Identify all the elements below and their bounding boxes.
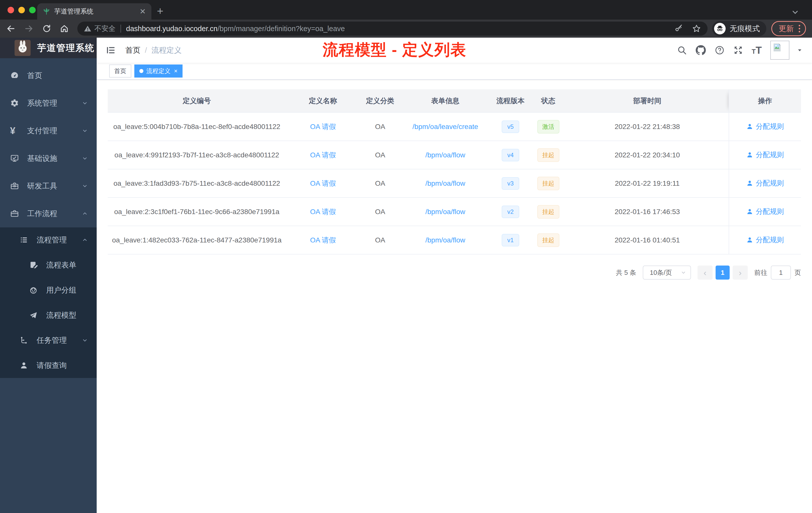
assign-rule-button[interactable]: 分配规则 bbox=[746, 150, 784, 160]
hamburger-icon[interactable] bbox=[106, 45, 116, 55]
browser-menu-icon[interactable] bbox=[799, 25, 800, 32]
reload-icon[interactable] bbox=[42, 24, 51, 33]
avatar[interactable] bbox=[770, 41, 789, 60]
sidebar-item-user-group[interactable]: 用户分组 bbox=[0, 278, 97, 303]
col-header-status: 状态 bbox=[530, 89, 566, 113]
sidebar-item-leave-query[interactable]: 请假查询 bbox=[0, 353, 97, 378]
next-page-button[interactable]: › bbox=[733, 266, 748, 280]
page-size-select[interactable]: 10条/页 bbox=[643, 266, 691, 280]
form-link[interactable]: /bpm/oa/flow bbox=[425, 236, 465, 244]
form-link[interactable]: /bpm/oa/flow bbox=[425, 151, 465, 159]
sidebar-item-workflow[interactable]: 工作流程 bbox=[0, 200, 97, 228]
chevron-down-icon bbox=[82, 127, 88, 134]
tab-close-icon[interactable]: ✕ bbox=[140, 8, 146, 15]
cell-definition-id: oa_leave:1:482ec033-762a-11ec-8477-a2380… bbox=[108, 226, 286, 254]
table-row: oa_leave:3:1fad3d93-7b75-11ec-a3c8-acde4… bbox=[108, 169, 801, 198]
breadcrumb-home[interactable]: 首页 bbox=[125, 45, 140, 56]
sidebar-item-label: 用户分组 bbox=[46, 285, 76, 295]
fullscreen-icon[interactable] bbox=[733, 45, 743, 55]
key-icon[interactable] bbox=[674, 24, 683, 33]
goto-page-input[interactable] bbox=[771, 266, 791, 280]
assign-rule-button[interactable]: 分配规则 bbox=[746, 122, 784, 131]
col-header-name: 定义名称 bbox=[286, 89, 360, 113]
sidebar-item-label: 请假查询 bbox=[37, 360, 67, 371]
definition-name-link[interactable]: OA 请假 bbox=[310, 151, 336, 159]
col-header-deploy-time: 部署时间 bbox=[566, 89, 729, 113]
incognito-label: 无痕模式 bbox=[730, 24, 760, 34]
cell-category: OA bbox=[360, 141, 400, 169]
chevron-down-icon bbox=[82, 337, 88, 343]
form-link[interactable]: /bpm/oa/flow bbox=[425, 179, 465, 187]
url-text[interactable]: dashboard.yudao.iocoder.cn/bpm/manager/d… bbox=[126, 25, 345, 33]
logo-title: 芋道管理系统 bbox=[37, 42, 94, 54]
security-label[interactable]: 不安全 bbox=[94, 24, 116, 33]
cell-definition-id: oa_leave:2:3c1f0ef1-76b1-11ec-9c66-a2380… bbox=[108, 198, 286, 226]
font-size-icon[interactable]: TT bbox=[752, 45, 762, 55]
tab-search-icon[interactable] bbox=[791, 8, 800, 17]
sidebar-logo[interactable]: 芋道管理系统 bbox=[0, 38, 97, 58]
prev-page-button[interactable]: ‹ bbox=[697, 266, 713, 280]
sidebar-item-label: 首页 bbox=[27, 70, 42, 81]
yen-icon: ¥ bbox=[10, 125, 19, 136]
definition-name-link[interactable]: OA 请假 bbox=[310, 123, 336, 130]
tab-title: 芋道管理系统 bbox=[54, 7, 140, 16]
pagination-total: 共 5 条 bbox=[616, 268, 636, 277]
sidebar-item-label: 系统管理 bbox=[27, 98, 57, 109]
warning-triangle-icon[interactable] bbox=[84, 25, 91, 32]
help-icon[interactable] bbox=[715, 45, 725, 55]
sidebar-item-devtools[interactable]: 研发工具 bbox=[0, 172, 97, 200]
definition-name-link[interactable]: OA 请假 bbox=[310, 236, 336, 244]
address-bar[interactable]: 不安全 dashboard.yudao.iocoder.cn/bpm/manag… bbox=[77, 22, 707, 36]
cell-definition-id: oa_leave:4:991f2193-7b7f-11ec-a3c8-acde4… bbox=[108, 141, 286, 169]
update-button[interactable]: 更新 bbox=[771, 21, 806, 36]
tag-home[interactable]: 首页 bbox=[109, 64, 131, 78]
definition-name-link[interactable]: OA 请假 bbox=[310, 179, 336, 187]
list-icon bbox=[20, 236, 29, 244]
favicon-leaf-icon bbox=[43, 8, 50, 15]
search-icon[interactable] bbox=[677, 45, 687, 55]
sidebar-item-home[interactable]: 首页 bbox=[0, 62, 97, 89]
sidebar-item-system[interactable]: 系统管理 bbox=[0, 89, 97, 117]
browser-tab[interactable]: 芋道管理系统 ✕ bbox=[37, 3, 151, 20]
page-number-button[interactable]: 1 bbox=[716, 266, 730, 280]
sidebar-item-task-management[interactable]: 任务管理 bbox=[0, 328, 97, 353]
version-badge: v5 bbox=[502, 120, 519, 133]
bookmark-star-icon[interactable] bbox=[692, 24, 701, 33]
zoom-window-button[interactable] bbox=[29, 7, 36, 13]
caret-down-icon[interactable] bbox=[796, 47, 803, 54]
sidebar-item-payment[interactable]: ¥ 支付管理 bbox=[0, 117, 97, 145]
sidebar-item-process-form[interactable]: 流程表单 bbox=[0, 252, 97, 278]
definition-name-link[interactable]: OA 请假 bbox=[310, 208, 336, 216]
minimize-window-button[interactable] bbox=[18, 7, 25, 13]
pagination: 共 5 条 10条/页 ‹ 1 › 前往 页 bbox=[108, 266, 801, 280]
assign-rule-button[interactable]: 分配规则 bbox=[746, 207, 784, 216]
goto-label: 前往 bbox=[754, 268, 767, 277]
form-link[interactable]: /bpm/oa/flow bbox=[425, 208, 465, 216]
chevron-up-icon bbox=[82, 237, 88, 243]
sidebar-item-process-management[interactable]: 流程管理 bbox=[0, 228, 97, 252]
new-tab-button[interactable]: + bbox=[157, 5, 164, 17]
version-badge: v4 bbox=[502, 149, 519, 161]
home-icon[interactable] bbox=[60, 24, 69, 33]
assign-rule-button[interactable]: 分配规则 bbox=[746, 235, 784, 245]
tag-close-icon[interactable]: × bbox=[174, 67, 177, 74]
status-badge: 挂起 bbox=[537, 177, 559, 190]
back-icon[interactable] bbox=[6, 24, 16, 33]
table-row: oa_leave:4:991f2193-7b7f-11ec-a3c8-acde4… bbox=[108, 141, 801, 169]
close-window-button[interactable] bbox=[7, 7, 14, 13]
page-content: 定义编号 定义名称 定义分类 表单信息 流程版本 状态 部署时间 操作 oa_l… bbox=[97, 80, 812, 513]
tag-process-definition[interactable]: 流程定义 × bbox=[134, 64, 182, 78]
sidebar-item-label: 支付管理 bbox=[27, 126, 57, 136]
assign-rule-button[interactable]: 分配规则 bbox=[746, 178, 784, 188]
definition-table: 定义编号 定义名称 定义分类 表单信息 流程版本 状态 部署时间 操作 oa_l… bbox=[108, 89, 801, 254]
dashboard-icon bbox=[10, 71, 19, 80]
sidebar-item-label: 基础设施 bbox=[27, 153, 57, 163]
breadcrumb-separator: / bbox=[145, 46, 147, 55]
active-tag-dot bbox=[139, 69, 143, 73]
col-header-form: 表单信息 bbox=[400, 89, 490, 113]
sidebar-item-infrastructure[interactable]: 基础设施 bbox=[0, 145, 97, 172]
github-icon[interactable] bbox=[696, 45, 706, 56]
version-badge: v1 bbox=[502, 234, 519, 246]
form-link[interactable]: /bpm/oa/leave/create bbox=[412, 123, 478, 130]
sidebar-item-process-model[interactable]: 流程模型 bbox=[0, 303, 97, 328]
